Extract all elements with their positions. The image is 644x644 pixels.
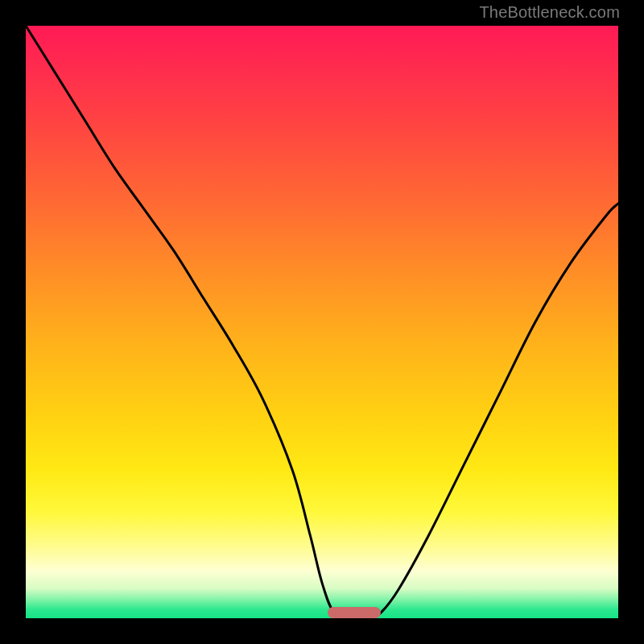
watermark-text: TheBottleneck.com xyxy=(479,3,620,22)
bottleneck-curve xyxy=(26,26,618,618)
optimal-range-marker xyxy=(328,607,381,618)
chart-frame: TheBottleneck.com xyxy=(0,0,644,644)
plot-area xyxy=(26,26,618,618)
